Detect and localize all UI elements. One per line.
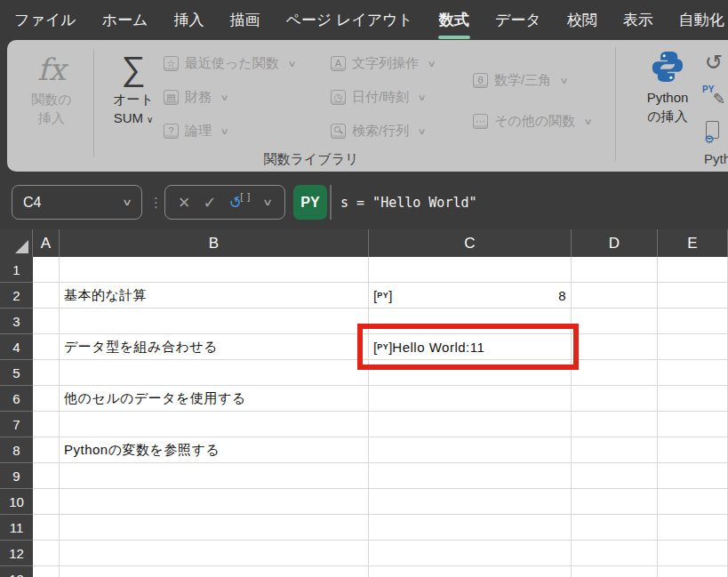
cell-E6[interactable]	[658, 386, 728, 412]
tab-4[interactable]: ページ レイアウト	[284, 8, 414, 32]
cell-E4[interactable]	[658, 334, 728, 360]
cell-A13[interactable]	[33, 566, 60, 577]
chevron-down-icon[interactable]: ∨	[122, 196, 132, 208]
enter-icon[interactable]: ✓	[203, 193, 216, 212]
cell-D8[interactable]	[572, 437, 658, 463]
cancel-icon[interactable]: ×	[179, 193, 190, 212]
row-header-8[interactable]: 8	[0, 437, 33, 463]
recent-functions-button[interactable]: ☆最近使った関数∨	[164, 46, 295, 80]
name-box[interactable]: C4 ∨	[12, 185, 142, 220]
row-header-5[interactable]: 5	[0, 360, 33, 386]
cell-A2[interactable]	[33, 283, 60, 309]
cell-E10[interactable]	[658, 489, 728, 515]
cell-B11[interactable]	[60, 515, 369, 541]
cell-C9[interactable]	[369, 463, 572, 489]
cell-B4[interactable]: データ型を組み合わせる	[60, 334, 369, 360]
row-header-9[interactable]: 9	[0, 463, 33, 489]
formula-input[interactable]: s = "Hello World"	[340, 185, 477, 220]
cell-B12[interactable]	[60, 541, 369, 566]
text-functions-button[interactable]: A文字列操作∨	[331, 46, 435, 80]
insert-python-button[interactable]: Python の挿入	[626, 49, 709, 125]
row-header-7[interactable]: 7	[0, 412, 33, 437]
math-trig-button[interactable]: θ数学/三角∨	[473, 63, 591, 97]
cell-C7[interactable]	[369, 412, 572, 437]
cell-E13[interactable]	[658, 566, 728, 577]
cell-A1[interactable]	[33, 257, 60, 283]
cell-E5[interactable]	[658, 360, 728, 386]
tab-8[interactable]: 表示	[622, 8, 654, 32]
chevron-down-icon[interactable]: ∨	[262, 196, 273, 208]
cell-B10[interactable]	[60, 489, 369, 515]
more-functions-button[interactable]: ⋯その他の関数∨	[473, 104, 591, 138]
cell-E9[interactable]	[658, 463, 728, 489]
cell-C11[interactable]	[369, 515, 572, 541]
python-function-icon[interactable]: [ ]↺	[229, 193, 251, 212]
column-header-B[interactable]: B	[60, 229, 369, 257]
logical-button[interactable]: ?論理∨	[164, 114, 295, 148]
cell-E7[interactable]	[658, 412, 728, 437]
cell-E8[interactable]	[658, 437, 728, 463]
cell-C1[interactable]	[369, 257, 572, 283]
cell-B1[interactable]	[60, 257, 369, 283]
cell-D12[interactable]	[572, 541, 658, 566]
lookup-reference-button[interactable]: 検索/行列∨	[331, 114, 435, 148]
cell-D13[interactable]	[572, 566, 658, 577]
cell-D3[interactable]	[572, 309, 658, 334]
row-header-3[interactable]: 3	[0, 309, 33, 334]
cell-B5[interactable]	[60, 360, 369, 386]
cell-E11[interactable]	[658, 515, 728, 541]
row-header-1[interactable]: 1	[0, 257, 33, 283]
cell-C2[interactable]: [PY]8	[369, 283, 572, 309]
row-header-11[interactable]: 11	[0, 515, 33, 541]
column-header-C[interactable]: C	[369, 229, 572, 257]
cell-D6[interactable]	[572, 386, 658, 412]
cell-B9[interactable]	[60, 463, 369, 489]
cell-E3[interactable]	[658, 309, 728, 334]
cell-A5[interactable]	[33, 360, 60, 386]
column-header-D[interactable]: D	[572, 229, 658, 257]
cell-C12[interactable]	[369, 541, 572, 566]
cell-A10[interactable]	[33, 489, 60, 515]
tab-0[interactable]: ファイル	[13, 8, 77, 32]
python-edit-icon[interactable]: PY✎	[702, 85, 725, 108]
cell-B8[interactable]: Pythonの変数を参照する	[60, 437, 369, 463]
cell-D9[interactable]	[572, 463, 658, 489]
row-header-13[interactable]: 13	[0, 566, 33, 577]
column-header-A[interactable]: A	[33, 229, 60, 257]
cell-B7[interactable]	[60, 412, 369, 437]
cell-B13[interactable]	[60, 566, 369, 577]
cell-A12[interactable]	[33, 541, 60, 566]
cell-A9[interactable]	[33, 463, 60, 489]
column-header-E[interactable]: E	[658, 229, 728, 257]
tab-6[interactable]: データ	[494, 8, 542, 32]
tab-5[interactable]: 数式	[438, 8, 470, 32]
cell-A8[interactable]	[33, 437, 60, 463]
tab-2[interactable]: 挿入	[172, 8, 204, 32]
insert-function-button[interactable]: fx 関数の 挿入	[16, 49, 87, 127]
cell-D1[interactable]	[572, 257, 658, 283]
cell-A6[interactable]	[33, 386, 60, 412]
cell-A3[interactable]	[33, 309, 60, 334]
cell-A4[interactable]	[33, 334, 60, 360]
cell-B3[interactable]	[60, 309, 369, 334]
cell-A11[interactable]	[33, 515, 60, 541]
autosum-button[interactable]: ∑ オート SUM∨	[98, 47, 169, 129]
tab-7[interactable]: 校閲	[566, 8, 598, 32]
tab-3[interactable]: 描画	[228, 8, 260, 32]
cell-E12[interactable]	[658, 541, 728, 566]
financial-button[interactable]: ▤財務∨	[164, 80, 295, 114]
row-header-10[interactable]: 10	[0, 489, 33, 515]
cell-C6[interactable]	[369, 386, 572, 412]
cell-D2[interactable]	[572, 283, 658, 309]
cell-E2[interactable]	[658, 283, 728, 309]
row-header-4[interactable]: 4	[0, 334, 33, 360]
cell-D5[interactable]	[572, 360, 658, 386]
row-header-2[interactable]: 2	[0, 283, 33, 309]
tab-9[interactable]: 自動化	[678, 8, 725, 32]
cell-D11[interactable]	[572, 515, 658, 541]
formula-bar-handle[interactable]: ⋮	[149, 185, 163, 220]
cell-E1[interactable]	[658, 257, 728, 283]
cell-C8[interactable]	[369, 437, 572, 463]
cell-C10[interactable]	[369, 489, 572, 515]
select-all-corner[interactable]	[0, 229, 33, 257]
